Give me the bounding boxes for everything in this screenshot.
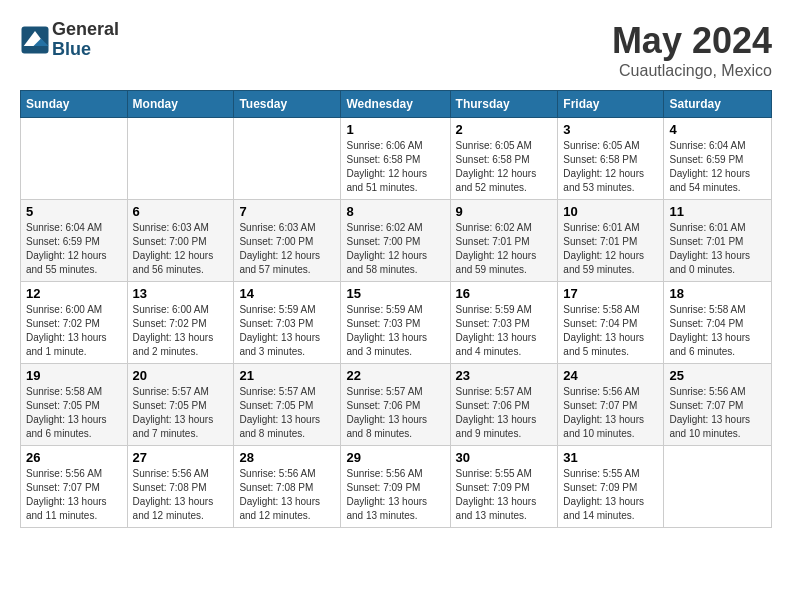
calendar-cell: 14Sunrise: 5:59 AM Sunset: 7:03 PM Dayli… [234,282,341,364]
page-header: General Blue May 2024 Cuautlacingo, Mexi… [20,20,772,80]
day-info: Sunrise: 6:05 AM Sunset: 6:58 PM Dayligh… [563,139,658,195]
day-number: 8 [346,204,444,219]
day-info: Sunrise: 5:55 AM Sunset: 7:09 PM Dayligh… [456,467,553,523]
calendar-cell [21,118,128,200]
logo-general: General [52,20,119,40]
day-number: 19 [26,368,122,383]
day-info: Sunrise: 5:59 AM Sunset: 7:03 PM Dayligh… [346,303,444,359]
day-info: Sunrise: 5:57 AM Sunset: 7:05 PM Dayligh… [133,385,229,441]
day-info: Sunrise: 6:03 AM Sunset: 7:00 PM Dayligh… [239,221,335,277]
day-number: 21 [239,368,335,383]
calendar-cell: 24Sunrise: 5:56 AM Sunset: 7:07 PM Dayli… [558,364,664,446]
day-info: Sunrise: 5:56 AM Sunset: 7:09 PM Dayligh… [346,467,444,523]
day-number: 22 [346,368,444,383]
header-wednesday: Wednesday [341,91,450,118]
day-number: 13 [133,286,229,301]
day-info: Sunrise: 6:00 AM Sunset: 7:02 PM Dayligh… [133,303,229,359]
day-number: 16 [456,286,553,301]
calendar-cell: 6Sunrise: 6:03 AM Sunset: 7:00 PM Daylig… [127,200,234,282]
day-number: 18 [669,286,766,301]
day-info: Sunrise: 5:56 AM Sunset: 7:07 PM Dayligh… [669,385,766,441]
day-info: Sunrise: 5:58 AM Sunset: 7:05 PM Dayligh… [26,385,122,441]
calendar-cell: 16Sunrise: 5:59 AM Sunset: 7:03 PM Dayli… [450,282,558,364]
calendar-cell: 17Sunrise: 5:58 AM Sunset: 7:04 PM Dayli… [558,282,664,364]
day-number: 26 [26,450,122,465]
calendar-cell: 19Sunrise: 5:58 AM Sunset: 7:05 PM Dayli… [21,364,128,446]
day-number: 15 [346,286,444,301]
day-info: Sunrise: 5:59 AM Sunset: 7:03 PM Dayligh… [239,303,335,359]
calendar-cell: 11Sunrise: 6:01 AM Sunset: 7:01 PM Dayli… [664,200,772,282]
calendar-cell: 31Sunrise: 5:55 AM Sunset: 7:09 PM Dayli… [558,446,664,528]
day-info: Sunrise: 5:57 AM Sunset: 7:05 PM Dayligh… [239,385,335,441]
calendar-cell: 3Sunrise: 6:05 AM Sunset: 6:58 PM Daylig… [558,118,664,200]
calendar-cell: 20Sunrise: 5:57 AM Sunset: 7:05 PM Dayli… [127,364,234,446]
calendar-cell: 1Sunrise: 6:06 AM Sunset: 6:58 PM Daylig… [341,118,450,200]
day-info: Sunrise: 5:56 AM Sunset: 7:07 PM Dayligh… [26,467,122,523]
calendar-week-5: 26Sunrise: 5:56 AM Sunset: 7:07 PM Dayli… [21,446,772,528]
calendar-cell: 25Sunrise: 5:56 AM Sunset: 7:07 PM Dayli… [664,364,772,446]
calendar-cell: 22Sunrise: 5:57 AM Sunset: 7:06 PM Dayli… [341,364,450,446]
day-info: Sunrise: 5:56 AM Sunset: 7:08 PM Dayligh… [133,467,229,523]
calendar-week-4: 19Sunrise: 5:58 AM Sunset: 7:05 PM Dayli… [21,364,772,446]
calendar-cell: 8Sunrise: 6:02 AM Sunset: 7:00 PM Daylig… [341,200,450,282]
day-number: 30 [456,450,553,465]
header-monday: Monday [127,91,234,118]
header-saturday: Saturday [664,91,772,118]
calendar-week-2: 5Sunrise: 6:04 AM Sunset: 6:59 PM Daylig… [21,200,772,282]
day-number: 17 [563,286,658,301]
day-info: Sunrise: 5:56 AM Sunset: 7:08 PM Dayligh… [239,467,335,523]
calendar-cell: 13Sunrise: 6:00 AM Sunset: 7:02 PM Dayli… [127,282,234,364]
calendar-cell: 7Sunrise: 6:03 AM Sunset: 7:00 PM Daylig… [234,200,341,282]
day-number: 5 [26,204,122,219]
day-info: Sunrise: 5:57 AM Sunset: 7:06 PM Dayligh… [456,385,553,441]
day-number: 29 [346,450,444,465]
day-info: Sunrise: 6:04 AM Sunset: 6:59 PM Dayligh… [669,139,766,195]
day-info: Sunrise: 5:55 AM Sunset: 7:09 PM Dayligh… [563,467,658,523]
header-tuesday: Tuesday [234,91,341,118]
month-title: May 2024 [612,20,772,62]
calendar-cell: 27Sunrise: 5:56 AM Sunset: 7:08 PM Dayli… [127,446,234,528]
calendar-cell: 15Sunrise: 5:59 AM Sunset: 7:03 PM Dayli… [341,282,450,364]
day-info: Sunrise: 6:02 AM Sunset: 7:01 PM Dayligh… [456,221,553,277]
calendar-table: Sunday Monday Tuesday Wednesday Thursday… [20,90,772,528]
calendar-cell: 21Sunrise: 5:57 AM Sunset: 7:05 PM Dayli… [234,364,341,446]
day-number: 6 [133,204,229,219]
title-section: May 2024 Cuautlacingo, Mexico [612,20,772,80]
calendar-cell [127,118,234,200]
day-info: Sunrise: 5:56 AM Sunset: 7:07 PM Dayligh… [563,385,658,441]
day-number: 23 [456,368,553,383]
header-friday: Friday [558,91,664,118]
day-info: Sunrise: 6:03 AM Sunset: 7:00 PM Dayligh… [133,221,229,277]
calendar-cell: 2Sunrise: 6:05 AM Sunset: 6:58 PM Daylig… [450,118,558,200]
calendar-cell: 26Sunrise: 5:56 AM Sunset: 7:07 PM Dayli… [21,446,128,528]
day-info: Sunrise: 6:05 AM Sunset: 6:58 PM Dayligh… [456,139,553,195]
day-info: Sunrise: 6:01 AM Sunset: 7:01 PM Dayligh… [563,221,658,277]
day-number: 10 [563,204,658,219]
day-number: 12 [26,286,122,301]
calendar-cell: 23Sunrise: 5:57 AM Sunset: 7:06 PM Dayli… [450,364,558,446]
day-number: 27 [133,450,229,465]
calendar-cell: 18Sunrise: 5:58 AM Sunset: 7:04 PM Dayli… [664,282,772,364]
day-number: 4 [669,122,766,137]
days-header-row: Sunday Monday Tuesday Wednesday Thursday… [21,91,772,118]
day-number: 9 [456,204,553,219]
day-number: 7 [239,204,335,219]
day-number: 31 [563,450,658,465]
day-info: Sunrise: 6:04 AM Sunset: 6:59 PM Dayligh… [26,221,122,277]
day-number: 20 [133,368,229,383]
calendar-week-1: 1Sunrise: 6:06 AM Sunset: 6:58 PM Daylig… [21,118,772,200]
day-number: 14 [239,286,335,301]
logo-icon [20,25,50,55]
calendar-cell [664,446,772,528]
day-number: 24 [563,368,658,383]
calendar-week-3: 12Sunrise: 6:00 AM Sunset: 7:02 PM Dayli… [21,282,772,364]
header-sunday: Sunday [21,91,128,118]
day-info: Sunrise: 5:57 AM Sunset: 7:06 PM Dayligh… [346,385,444,441]
logo-blue: Blue [52,40,119,60]
day-info: Sunrise: 6:06 AM Sunset: 6:58 PM Dayligh… [346,139,444,195]
day-number: 11 [669,204,766,219]
calendar-cell: 12Sunrise: 6:00 AM Sunset: 7:02 PM Dayli… [21,282,128,364]
calendar-cell: 4Sunrise: 6:04 AM Sunset: 6:59 PM Daylig… [664,118,772,200]
day-number: 3 [563,122,658,137]
day-number: 2 [456,122,553,137]
